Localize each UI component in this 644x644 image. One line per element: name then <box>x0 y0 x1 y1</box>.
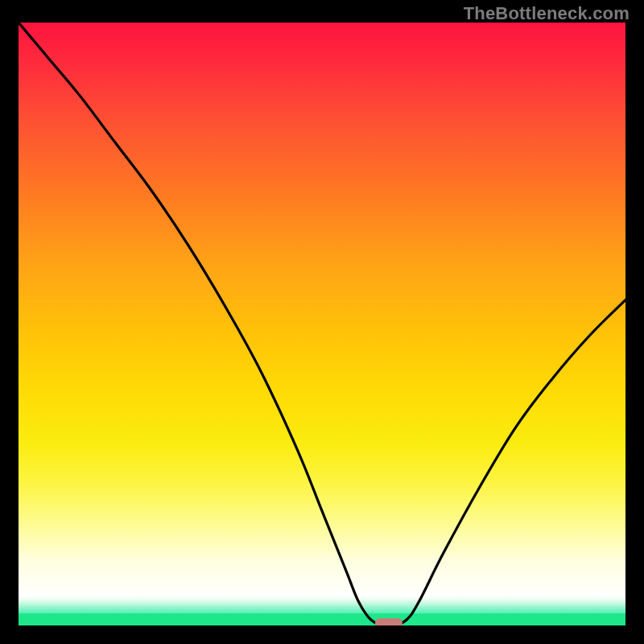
bottleneck-curve <box>19 23 625 625</box>
plot-area <box>19 23 625 625</box>
watermark-text: TheBottleneck.com <box>464 3 630 24</box>
minimum-marker <box>375 618 402 625</box>
chart-frame: TheBottleneck.com <box>0 0 644 644</box>
chart-svg <box>19 23 625 625</box>
